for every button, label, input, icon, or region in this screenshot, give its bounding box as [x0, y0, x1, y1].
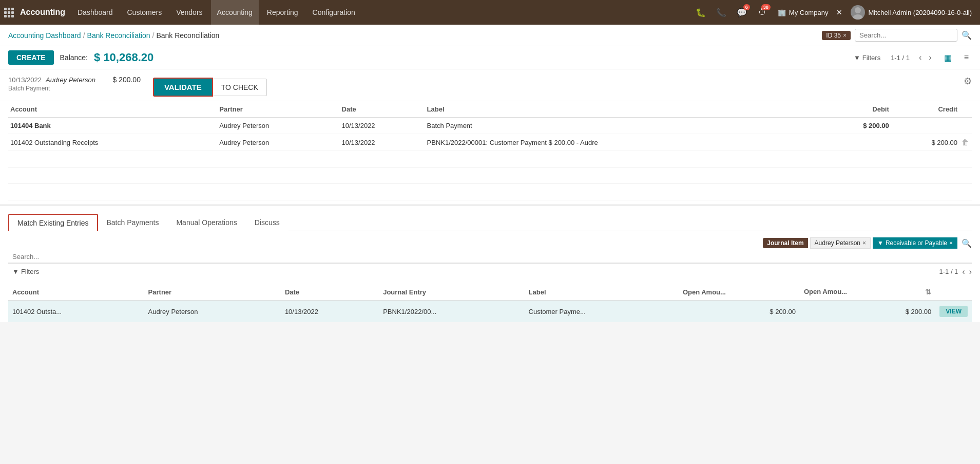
- list-view-button[interactable]: ≡: [961, 52, 972, 63]
- breadcrumb-current: Bank Reconciliation: [156, 31, 219, 40]
- tab-discuss[interactable]: Discuss: [246, 214, 289, 231]
- subheader: Accounting Dashboard / Bank Reconciliati…: [0, 25, 980, 46]
- filter-icon: ▼: [854, 54, 860, 62]
- journal-label-1: Batch Payment: [425, 118, 823, 134]
- search-input[interactable]: [855, 29, 957, 42]
- nav-vendors[interactable]: Vendors: [170, 0, 208, 25]
- nav-customers[interactable]: Customers: [121, 0, 168, 25]
- top-navigation: Accounting Dashboard Customers Vendors A…: [0, 0, 980, 25]
- to-check-button[interactable]: TO CHECK: [213, 79, 267, 96]
- journal-section: Account Partner Date Label Debit Credit …: [0, 101, 980, 200]
- filter-partner-close[interactable]: ×: [862, 239, 866, 247]
- main-content: 10/13/2022 Audrey Peterson $ 200.00 Batc…: [0, 69, 980, 322]
- data-date: 10/13/2022: [281, 301, 379, 323]
- phone-icon[interactable]: 📞: [712, 3, 731, 22]
- breadcrumb-accounting-dashboard[interactable]: Accounting Dashboard: [8, 31, 81, 40]
- journal-account-1: 101404 Bank: [8, 118, 217, 134]
- company-name[interactable]: 🏢 My Company: [774, 9, 833, 16]
- data-col-date: Date: [281, 284, 379, 301]
- balance-amount: $ 10,268.20: [94, 51, 153, 64]
- id-filter-close[interactable]: ×: [843, 32, 847, 39]
- col-debit: Debit: [823, 101, 891, 118]
- apps-icon: [4, 8, 14, 17]
- transaction-details: 10/13/2022 Audrey Peterson $ 200.00 Batc…: [8, 76, 141, 92]
- nav-accounting[interactable]: Accounting: [211, 0, 259, 25]
- data-col-account: Account: [8, 284, 144, 301]
- user-menu[interactable]: Mitchell Admin (20204090-16-0-all): [847, 5, 976, 20]
- journal-row: 101402 Outstanding Receipts Audrey Peter…: [8, 134, 972, 151]
- data-col-journal-entry: Journal Entry: [379, 284, 524, 301]
- filter-type-tag: ▼ Receivable or Payable ×: [873, 237, 957, 249]
- data-label: Customer Payme...: [525, 301, 679, 323]
- action-buttons: VALIDATE TO CHECK: [153, 76, 267, 99]
- journal-partner-1: Audrey Peterson: [217, 118, 339, 134]
- balance-label: Balance:: [60, 53, 88, 62]
- app-brand[interactable]: Accounting: [4, 8, 65, 17]
- journal-label-2: PBNK1/2022/00001: Customer Payment $ 200…: [425, 134, 823, 151]
- data-table-row: 101402 Outsta... Audrey Peterson 10/13/2…: [8, 301, 972, 323]
- col-label: Label: [425, 101, 823, 118]
- journal-delete-2[interactable]: 🗑: [959, 134, 972, 151]
- pagination-info: 1-1 / 1: [891, 54, 910, 62]
- view-button[interactable]: VIEW: [939, 306, 968, 317]
- data-table: Account Partner Date Journal Entry Label…: [8, 284, 972, 322]
- journal-partner-2: Audrey Peterson: [217, 134, 339, 151]
- id-filter-tag: ID 35 ×: [822, 31, 851, 40]
- tab-filter-row: Journal Item Audrey Peterson × ▼ Receiva…: [8, 231, 972, 251]
- tab-manual-operations[interactable]: Manual Operations: [167, 214, 245, 231]
- sub-next-page-button[interactable]: ›: [969, 267, 972, 276]
- avatar: [851, 5, 865, 20]
- search-area: ID 35 × 🔍: [822, 29, 972, 42]
- next-page-button[interactable]: ›: [926, 52, 934, 63]
- sub-filters-button[interactable]: ▼ Filters: [8, 266, 43, 277]
- nav-dashboard[interactable]: Dashboard: [71, 0, 119, 25]
- journal-table: Account Partner Date Label Debit Credit …: [8, 101, 972, 200]
- tab-batch-payments[interactable]: Batch Payments: [98, 214, 168, 231]
- pagination-nav: ‹ ›: [916, 52, 935, 63]
- chat-icon[interactable]: 💬 6: [733, 3, 751, 22]
- bottom-tabs-area: Match Existing Entries Batch Payments Ma…: [0, 205, 980, 322]
- tabs-row: Match Existing Entries Batch Payments Ma…: [8, 214, 972, 231]
- svg-point-0: [855, 7, 861, 13]
- sub-prev-page-button[interactable]: ‹: [962, 267, 965, 276]
- data-open-amount-2: $ 200.00: [800, 301, 935, 323]
- nav-reporting[interactable]: Reporting: [261, 0, 304, 25]
- kanban-view-button[interactable]: ▦: [941, 52, 955, 64]
- create-button[interactable]: CREATE: [8, 50, 54, 65]
- search-button[interactable]: 🔍: [962, 30, 972, 40]
- validate-button[interactable]: VALIDATE: [153, 78, 213, 97]
- transaction-partner: Audrey Peterson: [46, 76, 95, 84]
- data-view-cell: VIEW: [935, 301, 972, 323]
- sort-icon[interactable]: ⇅: [925, 288, 931, 296]
- clock-icon[interactable]: ⏱ 38: [753, 3, 772, 22]
- data-col-partner: Partner: [144, 284, 281, 301]
- nav-configuration[interactable]: Configuration: [306, 0, 361, 25]
- journal-date-2: 10/13/2022: [340, 134, 425, 151]
- filters-button[interactable]: ▼ Filters: [850, 52, 885, 64]
- data-journal-entry: PBNK1/2022/00...: [379, 301, 524, 323]
- svg-point-1: [853, 14, 863, 20]
- prev-page-button[interactable]: ‹: [916, 52, 925, 63]
- sub-filter-icon: ▼: [12, 268, 19, 275]
- breadcrumb: Accounting Dashboard / Bank Reconciliati…: [8, 31, 219, 40]
- filter-tag-group: Journal Item Audrey Peterson × ▼ Receiva…: [763, 237, 957, 249]
- transaction-action-row: 10/13/2022 Audrey Peterson $ 200.00 Batc…: [0, 69, 980, 101]
- journal-debit-1: $ 200.00: [823, 118, 891, 134]
- data-account: 101402 Outsta...: [8, 301, 144, 323]
- data-col-open-amount-2: Open Amou... ⇅: [800, 284, 935, 301]
- col-account: Account: [8, 101, 217, 118]
- settings-icon[interactable]: ⚙: [964, 76, 972, 87]
- chat-badge: 6: [743, 4, 750, 10]
- filter-type-close[interactable]: ×: [949, 239, 953, 247]
- tab-match-existing-entries[interactable]: Match Existing Entries: [8, 214, 98, 231]
- journal-credit-2: $ 200.00: [891, 134, 959, 151]
- sub-pagination-info: 1-1 / 1: [939, 268, 958, 275]
- filter-funnel-icon: ▼: [877, 239, 883, 247]
- bug-icon[interactable]: 🐛: [691, 3, 710, 22]
- tab-search-input[interactable]: [8, 251, 972, 263]
- transaction-amount: $ 200.00: [100, 76, 141, 84]
- clock-badge: 38: [761, 4, 771, 10]
- breadcrumb-bank-reconciliation[interactable]: Bank Reconciliation: [87, 31, 150, 40]
- sub-filter-row: ▼ Filters 1-1 / 1 ‹ ›: [8, 264, 972, 282]
- tab-search-icon[interactable]: 🔍: [962, 238, 972, 248]
